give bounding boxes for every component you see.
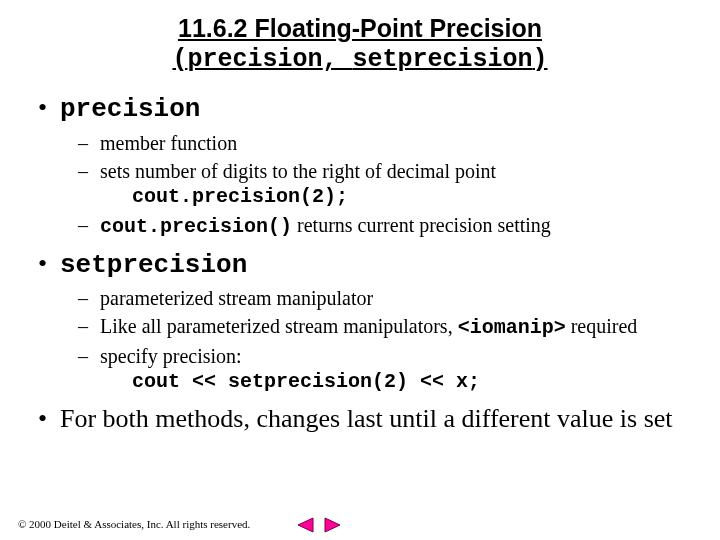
title-line-1: 11.6.2 Floating-Point Precision: [0, 14, 720, 43]
next-arrow-icon[interactable]: [323, 516, 343, 534]
title-paren-close: ): [533, 45, 548, 74]
title-code-a: precision: [187, 45, 322, 74]
nav-arrows: [295, 516, 343, 534]
bullet-setprecision: setprecision parameterized stream manipu…: [60, 248, 696, 396]
bullet-list: precision member function sets number of…: [0, 92, 720, 436]
code-cout-setprecision: cout << setprecision(2) << x;: [100, 369, 696, 395]
bullet-precision-heading: precision: [60, 94, 200, 124]
sub-iomanip-required: Like all parameterized stream manipulato…: [100, 313, 696, 341]
slide-title: 11.6.2 Floating-Point Precision (precisi…: [0, 0, 720, 74]
sub-returns-current: cout.precision() returns current precisi…: [100, 212, 696, 240]
bullet-precision: precision member function sets number of…: [60, 92, 696, 240]
code-iomanip: <iomanip>: [458, 316, 566, 339]
sub-iomanip-lead: Like all parameterized stream manipulato…: [100, 315, 458, 337]
code-cout-precision-empty: cout.precision(): [100, 215, 292, 238]
title-paren-open: (: [172, 45, 187, 74]
bullet-both-methods-text: For both methods, changes last until a d…: [60, 404, 673, 433]
svg-marker-1: [325, 518, 340, 532]
svg-marker-0: [298, 518, 313, 532]
sub-iomanip-tail: required: [566, 315, 638, 337]
slide: 11.6.2 Floating-Point Precision (precisi…: [0, 0, 720, 540]
sub-sets-digits-text: sets number of digits to the right of de…: [100, 160, 496, 182]
sub-returns-current-tail: returns current precision setting: [292, 214, 551, 236]
title-sep: ,: [322, 45, 352, 74]
copyright-footer: © 2000 Deitel & Associates, Inc. All rig…: [18, 518, 250, 530]
prev-arrow-icon[interactable]: [295, 516, 315, 534]
sub-specify-precision-text: specify precision:: [100, 345, 242, 367]
sub-member-function: member function: [100, 130, 696, 156]
sub-param-manip: parameterized stream manipulator: [100, 285, 696, 311]
bullet-setprecision-heading: setprecision: [60, 250, 247, 280]
sub-sets-digits: sets number of digits to the right of de…: [100, 158, 696, 210]
bullet-both-methods: For both methods, changes last until a d…: [60, 403, 696, 436]
sub-specify-precision: specify precision: cout << setprecision(…: [100, 343, 696, 395]
title-code-b: setprecision: [353, 45, 533, 74]
title-line-2: (precision, setprecision): [0, 45, 720, 74]
code-cout-precision-2: cout.precision(2);: [100, 184, 696, 210]
